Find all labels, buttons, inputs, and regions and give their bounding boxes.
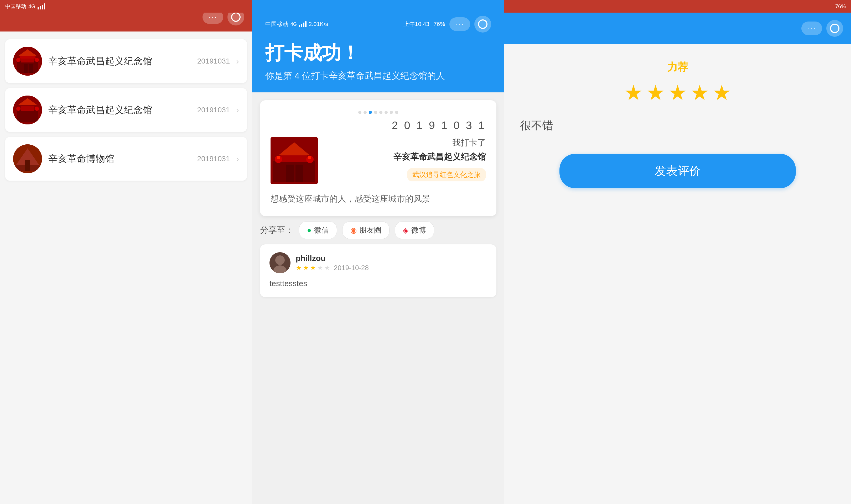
star1: ★ [296,264,302,272]
big-star3: ★ [668,80,687,105]
share-section: 分享至： ● 微信 ◉ 朋友圈 ◈ 微博 [252,221,504,245]
p2-target-button[interactable] [474,16,491,33]
star4: ★ [317,264,323,272]
item3-name: 辛亥革命博物馆 [48,152,191,165]
item2-name: 辛亥革命武昌起义纪念馆 [48,104,191,116]
dot [390,111,393,114]
p2-time: 上午10:43 [404,20,429,28]
p2-status-bar: 中国移动 4G 2.01K/s 上午10:43 76% ··· [265,16,491,33]
card-checkin-label: 我打卡了 [326,137,486,148]
rating-stars: ★ ★ ★ ★ ★ [624,80,731,105]
item2-arrow: › [236,105,239,115]
big-star1: ★ [624,80,643,105]
panel3-header: ··· [504,13,851,44]
svg-point-7 [16,58,20,62]
comment-meta: ★ ★ ★ ★ ★ 2019-10-28 [296,264,369,272]
p3-more-button[interactable]: ··· [801,21,822,35]
svg-point-8 [35,58,39,62]
comment-avatar [269,252,290,273]
p2-signal [299,21,306,27]
panel2-header: 中国移动 4G 2.01K/s 上午10:43 76% ··· 打卡成功！ 你是… [252,0,504,92]
recommend-label: 力荐 [667,60,688,74]
svg-rect-27 [277,156,280,159]
p1-network: 4G [29,3,35,10]
review-text: 很不错 [520,118,553,133]
panel1-list: 辛亥革命武昌起义纪念馆 20191031 › 辛亥革命武昌起义纪念馆 20191… [0,32,252,504]
p2-title: 打卡成功！ [265,40,491,66]
card-date: 2 0 1 9 1 0 3 1 [270,119,486,132]
svg-point-13 [16,107,20,111]
big-star4: ★ [690,80,709,105]
comment-username: phillzou [296,254,369,263]
comment-date: 2019-10-28 [334,264,369,272]
list-item[interactable]: 辛亥革命武昌起义纪念馆 20191031 › [5,39,247,83]
panel3: 中国移动 4G 上午10:39 53.3B/s 76% ··· 力荐 ★ ★ ★… [504,0,851,504]
weibo-share-button[interactable]: ◈ 微博 [395,221,434,239]
panel3-content: 力荐 ★ ★ ★ ★ ★ 很不错 发表评价 [504,44,851,504]
wechat-share-button[interactable]: ● 微信 [299,221,337,239]
list-item[interactable]: 辛亥革命博物馆 20191031 › [5,137,247,181]
dot [385,111,388,114]
p2-network: 4G [290,21,297,27]
item1-avatar [13,47,42,76]
big-star5: ★ [712,80,731,105]
p1-signal [38,3,45,10]
publish-review-button[interactable]: 发表评价 [560,154,796,188]
item2-avatar [13,95,42,124]
item1-arrow: › [236,56,239,66]
checkin-card: 2 0 1 9 1 0 3 1 我打卡了 辛亥革命武昌起义纪 [260,100,496,216]
weibo-icon: ◈ [403,226,409,235]
list-item[interactable]: 辛亥革命武昌起义纪念馆 20191031 › [5,88,247,132]
comment-stars: ★ ★ ★ ★ ★ [296,264,330,272]
weibo-label: 微博 [411,225,426,235]
moments-label: 朋友圈 [359,225,382,235]
moments-icon: ◉ [350,226,357,235]
svg-point-30 [275,255,285,265]
p2-status-left: 中国移动 4G 2.01K/s [265,20,328,28]
wechat-icon: ● [307,226,312,234]
comment-user-info: phillzou ★ ★ ★ ★ ★ 2019-10-28 [296,254,369,272]
dot [379,111,383,114]
svg-rect-23 [286,165,294,182]
svg-rect-5 [24,64,28,73]
card-description: 想感受这座城市的人，感受这座城市的风景 [270,192,486,205]
dot [374,111,377,114]
big-star2: ★ [646,80,665,105]
svg-rect-28 [308,156,311,159]
panel2: 中国移动 4G 2.01K/s 上午10:43 76% ··· 打卡成功！ 你是… [252,0,504,504]
svg-rect-11 [21,106,34,111]
panel1-header: 中国移动 4G 上午10:44 76% ··· [0,0,252,32]
dot [395,111,398,114]
p2-carrier: 中国移动 [265,20,288,28]
p2-battery: 76% [433,21,445,28]
card-dots [270,111,486,114]
moments-share-button[interactable]: ◉ 朋友圈 [342,221,390,239]
svg-rect-24 [296,165,303,182]
item3-arrow: › [236,154,239,164]
star2: ★ [303,264,309,272]
svg-rect-6 [29,64,33,73]
svg-rect-10 [17,110,38,122]
p2-speed: 2.01K/s [308,21,328,28]
p1-carrier: 中国移动 [5,3,26,10]
item3-date: 20191031 [197,155,230,163]
comment-text: testtesstes [269,277,487,289]
dot [364,111,367,114]
panel1: 中国移动 4G 上午10:44 76% ··· [0,0,252,504]
comment-header: phillzou ★ ★ ★ ★ ★ 2019-10-28 [269,252,487,273]
p1-battery: 76% [835,3,846,10]
star5: ★ [324,264,330,272]
p3-target-button[interactable] [826,20,843,37]
svg-point-14 [35,107,39,111]
item1-name: 辛亥革命武昌起义纪念馆 [48,55,191,68]
dot [358,111,361,114]
p2-subtitle: 你是第 4 位打卡辛亥革命武昌起义纪念馆的人 [265,70,491,82]
item3-avatar [13,144,42,173]
card-place-image [270,137,318,184]
dot [369,111,372,114]
item1-date: 20191031 [197,57,230,65]
card-tag: 武汉追寻红色文化之旅 [407,168,486,181]
p2-more-button[interactable]: ··· [449,17,470,31]
card-content: 我打卡了 辛亥革命武昌起义纪念馆 武汉追寻红色文化之旅 [270,137,486,184]
p3-header-buttons: ··· [801,20,843,37]
